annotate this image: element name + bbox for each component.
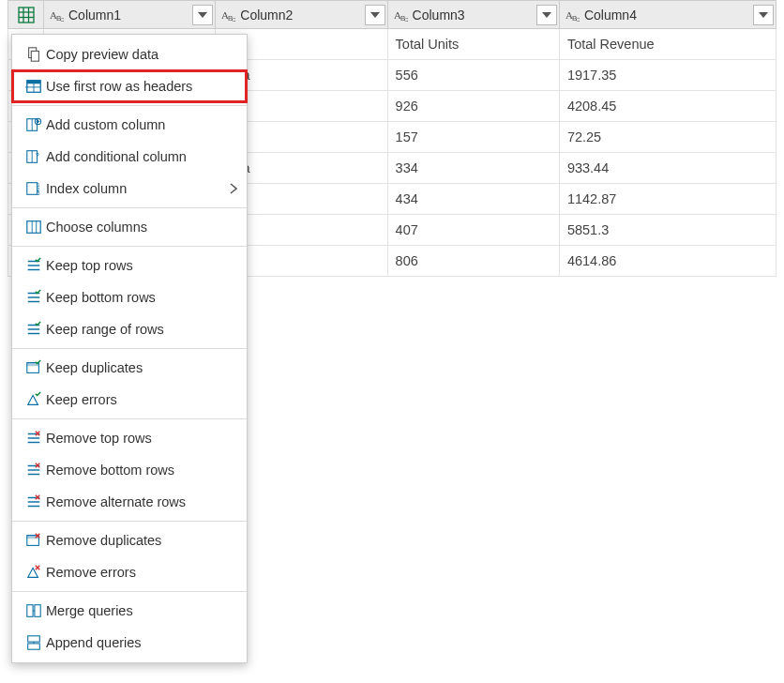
menu-item-index-col[interactable]: 123Index column [12,173,247,205]
menu-item-label: Add custom column [46,117,237,132]
table-cell: 1917.35 [559,60,776,91]
menu-item-label: Append queries [46,635,237,650]
menu-item-copy-preview[interactable]: Copy preview data [12,38,247,70]
svg-text:3: 3 [38,190,40,196]
table-cell: 1142.87 [559,184,776,215]
column-filter-button[interactable] [753,5,774,25]
svg-text:C: C [576,17,580,23]
keepbot-icon [22,289,46,306]
menu-item-label: Keep range of rows [46,322,237,337]
table-context-menu: Copy preview dataUse first row as header… [11,34,248,663]
svg-rect-33 [27,221,40,234]
choosecol-icon [22,219,46,235]
condcol-icon: ? [22,148,46,165]
keeptop-icon [22,257,46,274]
svg-rect-59 [35,605,40,617]
text-type-icon: ABC [564,8,584,23]
chevron-right-icon [230,183,237,194]
table-cell: 157 [387,122,559,153]
menu-separator [12,207,247,208]
menu-item-remove-alt[interactable]: Remove alternate rows [12,486,247,518]
svg-rect-18 [31,51,38,61]
column-header-label: Column3 [413,8,555,23]
menu-item-keep-range[interactable]: Keep range of rows [12,313,247,345]
removetop-icon [22,430,46,447]
table-cell: 4208.45 [559,91,776,122]
removealt-icon [22,493,46,510]
append-icon [22,634,46,651]
table-cell: 926 [387,91,559,122]
headers-icon [22,78,46,95]
column-header[interactable]: ABC Column1 [44,1,216,29]
menu-item-remove-dup[interactable]: Remove duplicates [12,524,247,556]
table-cell: Total Units [387,29,559,60]
menu-separator [12,348,247,349]
menu-item-label: Choose columns [46,220,237,235]
menu-item-choose-cols[interactable]: Choose columns [12,211,247,243]
table-cell: Total Revenue [559,29,776,60]
menu-separator [12,418,247,419]
menu-separator [12,521,247,522]
removedup-icon [22,532,46,549]
table-corner-button[interactable] [8,1,44,29]
menu-item-merge-queries[interactable]: Merge queries [12,595,247,627]
table-cell: 806 [387,246,559,277]
menu-item-label: Remove duplicates [46,533,237,548]
menu-item-keep-err[interactable]: Keep errors [12,384,247,416]
menu-item-use-first-row[interactable]: Use first row as headers [12,70,247,102]
merge-icon [22,602,46,619]
column-header[interactable]: ABC Column2 [216,1,387,29]
text-type-icon: ABC [392,8,413,23]
menu-item-label: Remove bottom rows [46,463,237,478]
addcol-icon [22,116,46,133]
indexcol-icon: 123 [22,180,46,197]
svg-text:C: C [404,17,409,23]
svg-text:C: C [60,17,65,23]
table-cell: 334 [387,153,559,184]
svg-text:C: C [232,17,236,23]
svg-rect-29 [27,183,38,195]
text-type-icon: ABC [219,8,240,23]
menu-item-label: Use first row as headers [46,79,237,94]
menu-item-label: Index column [46,181,230,196]
column-header-label: Column4 [584,8,772,23]
menu-separator [12,105,247,106]
menu-item-label: Remove alternate rows [46,494,237,509]
svg-rect-61 [28,644,40,649]
column-header[interactable]: ABC Column3 [387,1,559,29]
keepdup-icon [22,359,46,376]
table-cell: 407 [387,215,559,246]
menu-item-label: Remove top rows [46,431,237,446]
menu-item-add-cond-col[interactable]: ?Add conditional column [12,141,247,173]
menu-item-remove-top[interactable]: Remove top rows [12,422,247,454]
svg-rect-58 [27,605,33,617]
menu-item-keep-dup[interactable]: Keep duplicates [12,352,247,384]
table-cell: 933.44 [559,153,776,184]
menu-separator [12,246,247,247]
menu-item-label: Copy preview data [46,47,237,62]
keeperr-icon [22,391,46,408]
menu-item-keep-top[interactable]: Keep top rows [12,250,247,281]
menu-item-label: Add conditional column [46,149,237,164]
column-header-label: Column2 [240,8,383,23]
copy-icon [22,46,46,63]
menu-item-keep-bottom[interactable]: Keep bottom rows [12,281,247,313]
menu-item-append-queries[interactable]: Append queries [12,627,247,659]
menu-item-remove-bottom[interactable]: Remove bottom rows [12,454,247,486]
table-cell: 5851.3 [559,215,776,246]
column-filter-button[interactable] [365,5,385,25]
menu-item-add-custom-col[interactable]: Add custom column [12,109,247,141]
menu-item-label: Merge queries [46,603,237,618]
removebot-icon [22,462,46,478]
menu-item-label: Keep errors [46,392,237,407]
table-cell: 434 [387,184,559,215]
table-cell: 556 [387,60,559,91]
column-header[interactable]: ABC Column4 [559,1,776,29]
menu-item-remove-err[interactable]: Remove errors [12,556,247,588]
menu-item-label: Keep top rows [46,258,237,273]
svg-rect-60 [28,636,40,642]
menu-item-label: Keep bottom rows [46,290,237,305]
column-filter-button[interactable] [536,5,557,25]
svg-text:?: ? [36,151,39,159]
column-filter-button[interactable] [192,5,213,25]
